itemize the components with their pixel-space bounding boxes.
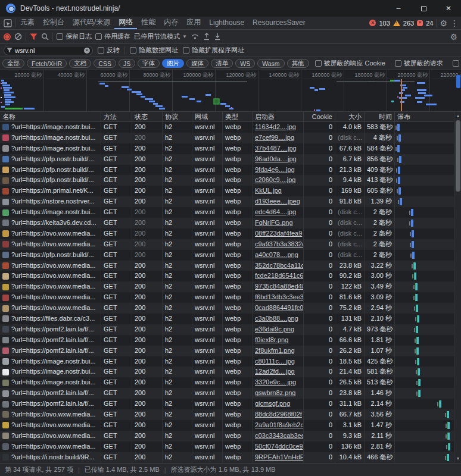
column-header-瀑布[interactable]: 瀑布	[395, 112, 461, 121]
initiator-cell[interactable]: 352dc78bc4a11c	[253, 261, 304, 271]
waterfall-cell[interactable]	[395, 399, 461, 409]
initiator-link[interactable]: 88dc8d2968f02f	[255, 411, 302, 418]
network-conditions-icon[interactable]	[191, 33, 200, 40]
request-name-cell[interactable]: ?url=https://ovo.wxw.media...	[0, 292, 101, 303]
close-button[interactable]: ✕	[436, 0, 461, 17]
tab-内存[interactable]: 内存	[160, 17, 182, 29]
hide-data-urls-checkbox[interactable]: 隐藏数据网址	[130, 46, 178, 55]
waterfall-cell[interactable]	[395, 228, 461, 239]
initiator-link[interactable]: gjcmsgf.png	[255, 400, 290, 407]
table-row[interactable]: ?url=https://ovo.wxw.media...GET200h2wsr…	[0, 431, 461, 441]
waterfall-cell[interactable]	[395, 377, 461, 388]
filter-input[interactable]: wsrv.nl ✕	[4, 46, 93, 55]
initiator-link[interactable]: c2060c9....jpg	[255, 176, 296, 183]
disable-cache-checkbox[interactable]: 停用缓存	[95, 32, 130, 41]
request-name-cell[interactable]: ?url=https://ovo.wxw.media...	[0, 239, 101, 250]
table-row[interactable]: ?url=https://ovo.wxw.media...GET200h2wsr…	[0, 239, 461, 250]
request-name-cell[interactable]: ?url=https://pfp.nostr.build/...	[0, 154, 101, 165]
table-row[interactable]: ?url=https://ovo.wxw.media...GET200h2wsr…	[0, 281, 461, 292]
waterfall-cell[interactable]	[395, 346, 461, 356]
initiator-link[interactable]: FqNrlFG.png	[255, 219, 293, 226]
initiator-cell[interactable]: fcde218d6541c6	[253, 271, 304, 281]
request-name-cell[interactable]: ?url=https://ovo.wxw.media...	[0, 228, 101, 239]
table-row[interactable]: ?url=https://pomf2.lain.la/f/...GET200h2…	[0, 335, 461, 346]
scrollbar-thumb[interactable]	[456, 120, 460, 192]
request-name-cell[interactable]: ?url=https://pfp.nostr.build/...	[0, 175, 101, 186]
initiator-cell[interactable]: 11634d2....jpg	[253, 122, 304, 133]
initiator-link[interactable]: 50cf074ddc0ce9	[255, 443, 303, 450]
table-row[interactable]: ?url=https://pomf2.lain.la/f/...GET200h2…	[0, 399, 461, 409]
initiator-cell[interactable]: KkUL.jpg	[253, 186, 304, 196]
issues-icon[interactable]	[417, 20, 423, 26]
tab-元素[interactable]: 元素	[16, 17, 39, 29]
waterfall-cell[interactable]	[395, 314, 461, 324]
column-header-状态[interactable]: 状态	[132, 112, 163, 121]
table-row[interactable]: ?url=https://i.nostr.build/9R...GET200h2…	[0, 452, 461, 463]
initiator-cell[interactable]: c3a0b88....png	[253, 314, 304, 324]
request-name-cell[interactable]: ?url=https://files.dabr.ca/c3...	[0, 314, 101, 324]
waterfall-cell[interactable]	[395, 409, 461, 420]
initiator-cell[interactable]: 96ad0da....jpg	[253, 154, 304, 165]
table-row[interactable]: ?url=https://pfp.nostr.build/...GET200h2…	[0, 250, 461, 261]
type-filter-CSS[interactable]: CSS	[94, 59, 116, 68]
request-name-cell[interactable]: ?url=https://keita3v6.dev.cd...	[0, 218, 101, 228]
initiator-link[interactable]: qswbrn8z.png	[255, 389, 296, 396]
waterfall-cell[interactable]	[395, 175, 461, 186]
initiator-link[interactable]: 37b4487....jpg	[255, 145, 297, 152]
table-row[interactable]: ?url=https://pfp.nostr.build/...GET200h2…	[0, 165, 461, 176]
request-name-cell[interactable]: ?url=https://ovo.wxw.media...	[0, 271, 101, 281]
table-row[interactable]: ?url=https://pomf2.lain.la/f/...GET200h2…	[0, 388, 461, 399]
initiator-cell[interactable]: c03c3343cab3ee	[253, 431, 304, 441]
filter-checkbox-被屏蔽的响应 Cookie[interactable]: 被屏蔽的响应 Cookie	[315, 59, 385, 68]
clear-network-log-icon[interactable]	[14, 33, 22, 40]
type-filter-全部[interactable]: 全部	[2, 59, 24, 68]
waterfall-cell[interactable]	[395, 388, 461, 399]
table-row[interactable]: ?url=https://image.nostr.bui...GET200h2w…	[0, 356, 461, 367]
waterfall-cell[interactable]	[395, 122, 461, 133]
request-name-cell[interactable]: ?url=https://ovo.wxw.media...	[0, 441, 101, 452]
table-row[interactable]: ?url=https://ovo.wxw.media...GET200h2wsr…	[0, 409, 461, 420]
type-filter-Wasm[interactable]: Wasm	[257, 59, 284, 68]
tab-源代码/来源[interactable]: 源代码/来源	[68, 17, 114, 29]
initiator-cell[interactable]: a40c078....png	[253, 250, 304, 261]
invert-checkbox[interactable]: 反转	[98, 46, 120, 55]
waterfall-cell[interactable]	[395, 143, 461, 154]
column-header-Cookie[interactable]: Cookie	[304, 112, 335, 121]
table-row[interactable]: ?url=https://keita3v6.dev.cd...GET200h2w…	[0, 218, 461, 228]
table-row[interactable]: ?url=https://image.nostr.bui...GET200h2w…	[0, 143, 461, 154]
table-row[interactable]: ?url=https://files.dabr.ca/c3...GET200h2…	[0, 314, 461, 324]
waterfall-cell[interactable]	[395, 367, 461, 377]
initiator-cell[interactable]: FqNrlFG.png	[253, 218, 304, 228]
search-icon[interactable]	[41, 33, 49, 40]
initiator-cell[interactable]: qswbrn8z.png	[253, 388, 304, 399]
request-name-cell[interactable]: ?url=https://ovo.wxw.media...	[0, 409, 101, 420]
hide-extension-urls-checkbox[interactable]: 隐藏扩展程序网址	[183, 46, 244, 55]
waterfall-cell[interactable]	[395, 196, 461, 207]
preserve-log-checkbox[interactable]: 保留日志	[57, 32, 92, 41]
minimize-button[interactable]: –	[386, 0, 411, 17]
clear-filter-icon[interactable]: ✕	[84, 48, 90, 54]
initiator-cell[interactable]: 3320e9c....jpg	[253, 377, 304, 388]
request-name-cell[interactable]: ?url=https://pomf2.lain.la/f/...	[0, 335, 101, 346]
waterfall-cell[interactable]	[395, 261, 461, 271]
initiator-cell[interactable]: 0cad8864491fc0	[253, 303, 304, 314]
column-header-启动器[interactable]: 启动器	[253, 112, 304, 121]
initiator-cell[interactable]: 9735c84a88ed48	[253, 281, 304, 292]
vertical-scrollbar[interactable]: ▲ ▼	[454, 112, 461, 463]
initiator-cell[interactable]: e7cef99....jpg	[253, 133, 304, 143]
column-header-大小[interactable]: 大小	[335, 112, 365, 121]
network-overview[interactable]: 20000 毫秒40000 毫秒60000 毫秒80000 毫秒100000 毫…	[0, 70, 461, 112]
request-name-cell[interactable]: ?url=https://ovo.wxw.media...	[0, 281, 101, 292]
initiator-link[interactable]: 11634d2....jpg	[255, 123, 296, 130]
waterfall-cell[interactable]	[395, 324, 461, 335]
waterfall-cell[interactable]	[395, 218, 461, 228]
waterfall-cell[interactable]	[395, 281, 461, 292]
table-row[interactable]: ?url=https://image.nostr.bui...GET200h2w…	[0, 367, 461, 377]
initiator-cell[interactable]: 2f8ukfm1.png	[253, 346, 304, 356]
initiator-link[interactable]: 0cad8864491fc0	[255, 304, 303, 311]
initiator-link[interactable]: c3a0b88....png	[255, 315, 298, 322]
filter-checkbox-被屏蔽的请求[interactable]: 被屏蔽的请求	[395, 59, 443, 68]
waterfall-cell[interactable]	[395, 420, 461, 431]
initiator-cell[interactable]: 12ad2fd....jpg	[253, 367, 304, 377]
request-name-cell[interactable]: ?url=https://image.nostr.bui...	[0, 356, 101, 367]
